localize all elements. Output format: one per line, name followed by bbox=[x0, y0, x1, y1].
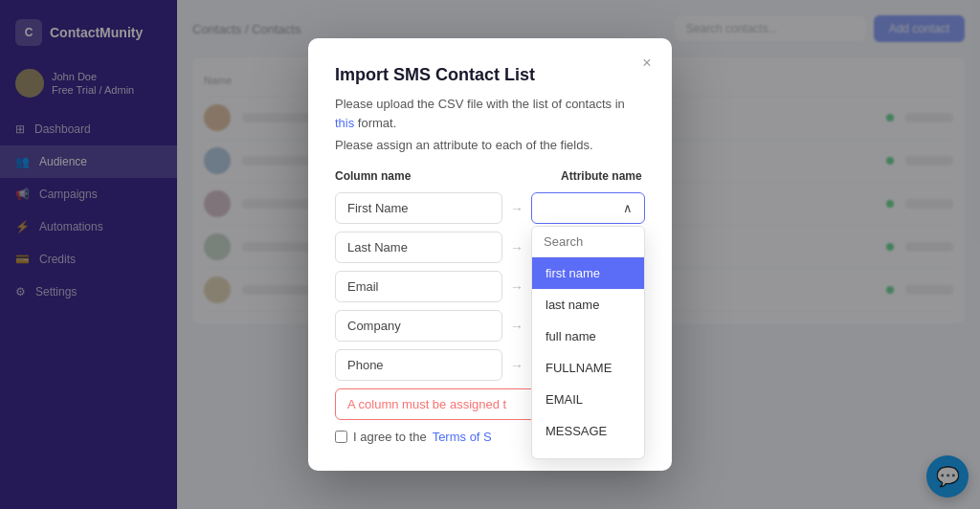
attribute-header: Attribute name bbox=[561, 169, 645, 183]
attribute-dropdown-trigger[interactable]: ∧ bbox=[531, 192, 645, 224]
modal-overlay: × Import SMS Contact List Please upload … bbox=[0, 0, 980, 509]
arrow-icon: → bbox=[510, 240, 523, 255]
dropdown-list: first name last name full name FULLNAME … bbox=[532, 257, 644, 458]
field-headers: Column name Attribute name bbox=[335, 169, 645, 183]
desc-text-1: Please upload the CSV file with the list… bbox=[335, 97, 625, 111]
dropdown-item[interactable]: EMAIL bbox=[532, 384, 644, 415]
dropdown-search-input[interactable] bbox=[532, 227, 644, 257]
agree-checkbox[interactable] bbox=[335, 431, 347, 443]
agree-text: I agree to the bbox=[353, 430, 427, 444]
dropdown-item[interactable]: full name bbox=[532, 321, 644, 352]
column-input-company[interactable] bbox=[335, 310, 502, 342]
arrow-icon: → bbox=[510, 279, 523, 295]
close-icon: × bbox=[642, 55, 651, 72]
desc-text-2: format. bbox=[354, 116, 396, 130]
dropdown-item[interactable]: first name bbox=[532, 257, 644, 289]
arrow-icon: → bbox=[510, 201, 523, 216]
column-header: Column name bbox=[335, 169, 507, 183]
dropdown-item[interactable]: last name bbox=[532, 289, 644, 321]
modal-subdesc: Please assign an attribute to each of th… bbox=[335, 138, 645, 152]
desc-link[interactable]: this bbox=[335, 116, 354, 130]
column-input-firstname[interactable] bbox=[335, 192, 502, 224]
import-modal: × Import SMS Contact List Please upload … bbox=[308, 38, 672, 471]
chevron-up-icon: ∧ bbox=[623, 201, 633, 215]
dropdown-item[interactable]: FULLNAME bbox=[532, 352, 644, 384]
terms-link[interactable]: Terms of S bbox=[433, 430, 492, 444]
dropdown-item[interactable]: MESSAGE bbox=[532, 415, 644, 447]
dropdown-item[interactable]: E bbox=[532, 447, 644, 458]
column-input-lastname[interactable] bbox=[335, 232, 502, 263]
arrow-icon: → bbox=[510, 319, 523, 334]
modal-title: Import SMS Contact List bbox=[335, 65, 645, 85]
dropdown-panel: first name last name full name FULLNAME … bbox=[531, 226, 645, 459]
column-input-phone[interactable] bbox=[335, 349, 502, 381]
modal-description: Please upload the CSV file with the list… bbox=[335, 95, 645, 132]
modal-close-button[interactable]: × bbox=[635, 52, 658, 75]
attribute-select-wrapper-firstname: ∧ first name last name full name FULLNAM… bbox=[531, 192, 645, 224]
field-row-firstname: → ∧ first name last name full name FULLN… bbox=[335, 192, 645, 224]
arrow-icon: → bbox=[510, 358, 523, 373]
column-input-email[interactable] bbox=[335, 271, 502, 302]
